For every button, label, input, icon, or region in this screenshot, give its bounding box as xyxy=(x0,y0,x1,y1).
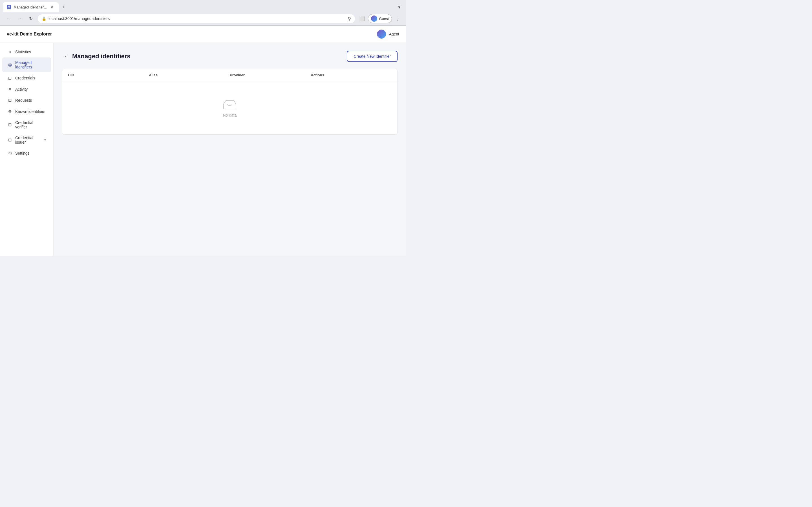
sidebar-item-label-activity: Activity xyxy=(15,87,46,92)
sidebar-item-activity[interactable]: ≡Activity xyxy=(2,84,51,94)
profile-label: Guest xyxy=(379,17,389,21)
browser-chrome: V Managed identifiers - vc-kit ✕ + ▾ ← →… xyxy=(0,0,406,25)
col-header-alias: Alias xyxy=(149,73,230,77)
sidebar-item-credential-issuer[interactable]: ⊡Credential issuer▾ xyxy=(2,133,51,147)
credentials-icon: ◻ xyxy=(7,75,12,80)
tab-close-button[interactable]: ✕ xyxy=(50,4,55,10)
tab-title: Managed identifiers - vc-kit xyxy=(13,5,47,9)
sidebar-item-label-settings: Settings xyxy=(15,151,46,156)
tab-dropdown-button[interactable]: ▾ xyxy=(395,3,403,11)
app-header: vc-kit Demo Explorer Agent xyxy=(0,25,406,43)
col-header-actions: Actions xyxy=(311,73,392,77)
managed-identifiers-icon: ◎ xyxy=(7,62,12,67)
agent-label: Agent xyxy=(389,32,399,36)
profile-avatar xyxy=(371,15,377,22)
search-icon[interactable]: ⚲ xyxy=(348,16,351,21)
credential-issuer-chevron-icon: ▾ xyxy=(44,138,46,142)
sidebar-item-credential-verifier[interactable]: ⊡Credential verifier xyxy=(2,117,51,132)
sidebar-item-label-credential-issuer: Credential issuer xyxy=(15,135,42,145)
table-empty-state: No data xyxy=(62,81,397,134)
credential-verifier-icon: ⊡ xyxy=(7,122,12,127)
sidebar-item-managed-identifiers[interactable]: ◎Managed identifiers xyxy=(2,57,51,72)
app: vc-kit Demo Explorer Agent ○Statistics◎M… xyxy=(0,25,406,256)
sidebar-item-label-statistics: Statistics xyxy=(15,50,46,54)
sidebar-item-requests[interactable]: ⊡Requests xyxy=(2,95,51,106)
known-identifiers-icon: ⊕ xyxy=(7,109,12,114)
sidebar-item-credentials[interactable]: ◻Credentials xyxy=(2,73,51,83)
lock-icon: 🔒 xyxy=(42,17,46,21)
col-header-did: DID xyxy=(68,73,149,77)
sidebar-item-label-requests: Requests xyxy=(15,98,46,103)
refresh-button[interactable]: ↻ xyxy=(27,14,35,23)
activity-icon: ≡ xyxy=(7,87,12,92)
app-body: ○Statistics◎Managed identifiers◻Credenti… xyxy=(0,43,406,256)
back-button[interactable]: ← xyxy=(4,14,12,23)
statistics-icon: ○ xyxy=(7,49,12,54)
url-text: localhost:3001/managed-identifiers xyxy=(49,16,345,21)
no-data-icon xyxy=(223,98,237,110)
nav-bar: ← → ↻ 🔒 localhost:3001/managed-identifie… xyxy=(0,12,406,25)
sidebar-item-label-credential-verifier: Credential verifier xyxy=(15,120,46,129)
profile-button[interactable]: Guest xyxy=(368,14,392,23)
sidebar-item-label-managed-identifiers: Managed identifiers xyxy=(15,60,46,69)
main-header-left: ‹ Managed identifiers xyxy=(62,53,131,60)
table-header: DID Alias Provider Actions xyxy=(62,69,397,81)
main-header: ‹ Managed identifiers Create New Identif… xyxy=(62,51,398,62)
app-title: vc-kit Demo Explorer xyxy=(7,32,52,37)
requests-icon: ⊡ xyxy=(7,98,12,103)
address-bar[interactable]: 🔒 localhost:3001/managed-identifiers ⚲ xyxy=(38,14,355,23)
page-title: Managed identifiers xyxy=(72,53,131,60)
sidebar-item-label-known-identifiers: Known identifiers xyxy=(15,109,46,114)
sidebar-collapse-button[interactable]: ‹ xyxy=(62,53,69,60)
sidebar-item-statistics[interactable]: ○Statistics xyxy=(2,47,51,57)
create-new-identifier-button[interactable]: Create New Identifier xyxy=(347,51,398,62)
sidebar: ○Statistics◎Managed identifiers◻Credenti… xyxy=(0,43,54,256)
active-tab[interactable]: V Managed identifiers - vc-kit ✕ xyxy=(3,2,59,12)
forward-button[interactable]: → xyxy=(15,14,24,23)
nav-right: ⬜ Guest ⋮ xyxy=(358,14,402,23)
new-tab-button[interactable]: + xyxy=(60,3,68,11)
identifiers-table: DID Alias Provider Actions No data xyxy=(62,69,398,135)
settings-icon: ⚙ xyxy=(7,151,12,156)
no-data-text: No data xyxy=(223,113,237,117)
split-screen-button[interactable]: ⬜ xyxy=(358,14,366,23)
sidebar-item-label-credentials: Credentials xyxy=(15,76,46,80)
credential-issuer-icon: ⊡ xyxy=(7,137,12,143)
app-header-right: Agent xyxy=(377,30,399,39)
tab-favicon: V xyxy=(7,5,11,9)
svg-rect-0 xyxy=(223,104,236,109)
sidebar-item-settings[interactable]: ⚙Settings xyxy=(2,148,51,159)
main-content: ‹ Managed identifiers Create New Identif… xyxy=(54,43,406,256)
sidebar-item-known-identifiers[interactable]: ⊕Known identifiers xyxy=(2,106,51,117)
col-header-provider: Provider xyxy=(230,73,311,77)
browser-menu-button[interactable]: ⋮ xyxy=(394,14,402,23)
agent-avatar xyxy=(377,30,386,39)
tab-bar: V Managed identifiers - vc-kit ✕ + ▾ xyxy=(0,0,406,12)
